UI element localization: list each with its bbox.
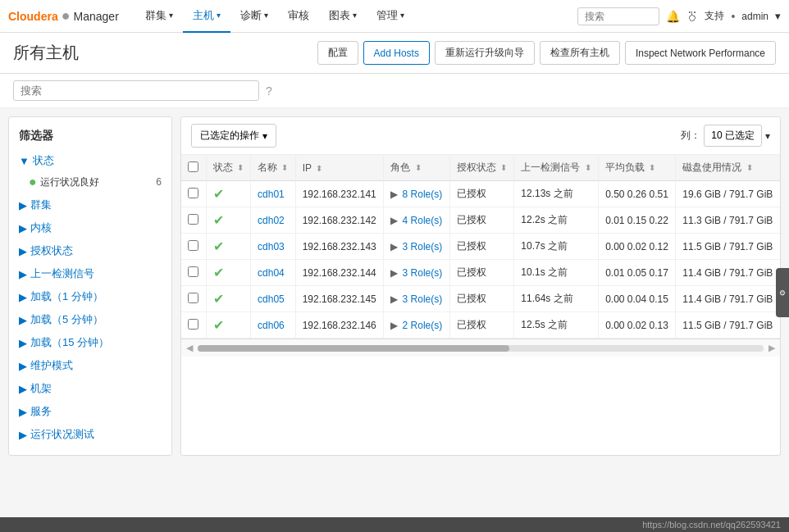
- sidebar-group-header-rack[interactable]: ▶ 机架: [9, 378, 171, 399]
- side-handle-label: ⚙: [778, 289, 787, 297]
- nav-item-charts[interactable]: 图表 ▾: [319, 0, 367, 33]
- roles-link[interactable]: 4 Role(s): [403, 215, 443, 226]
- host-name-link[interactable]: cdh05: [258, 293, 285, 305]
- add-hosts-button[interactable]: Add Hosts: [363, 41, 430, 65]
- expand-roles-icon[interactable]: ▶: [390, 215, 398, 226]
- sort-icon: ⬍: [585, 163, 591, 172]
- roles-link[interactable]: 8 Role(s): [403, 189, 443, 200]
- row-checkbox[interactable]: [188, 240, 198, 251]
- scroll-left-arrow[interactable]: ◀: [181, 341, 198, 355]
- nav-item-audit[interactable]: 审核: [278, 0, 319, 33]
- row-status: ✔: [206, 207, 251, 234]
- host-search-input[interactable]: [13, 80, 259, 101]
- sort-icon: ⬍: [649, 163, 655, 172]
- sidebar-group-cluster: ▶ 群集: [9, 194, 171, 216]
- col-ip[interactable]: IP ⬍: [295, 155, 384, 181]
- roles-link[interactable]: 3 Role(s): [403, 267, 443, 279]
- col-auth[interactable]: 授权状态 ⬍: [449, 155, 514, 181]
- nav-item-hosts[interactable]: 主机 ▾: [183, 0, 230, 33]
- side-panel-handle[interactable]: ⚙: [776, 268, 789, 317]
- row-ip: 192.168.232.146: [295, 312, 384, 339]
- select-all-checkbox[interactable]: [188, 161, 198, 172]
- actions-dropdown-button[interactable]: 已选定的操作 ▾: [191, 124, 276, 148]
- chevron-right-icon: ▶: [19, 314, 27, 326]
- sort-icon: ⬍: [746, 163, 753, 172]
- sidebar-group-header-load15[interactable]: ▶ 加载（15 分钟）: [9, 332, 171, 353]
- row-checkbox[interactable]: [188, 266, 198, 277]
- host-name-link[interactable]: cdh01: [258, 189, 285, 200]
- chevron-down-icon: ▼: [19, 155, 30, 167]
- columns-selector: 列： 10 已选定 ▾: [681, 125, 770, 147]
- status-ok-icon: ✔: [213, 213, 224, 227]
- roles-link[interactable]: 2 Role(s): [403, 320, 443, 331]
- sidebar-group-load1: ▶ 加载（1 分钟）: [9, 286, 171, 307]
- sidebar-item-healthy[interactable]: ● 运行状况良好 6: [9, 171, 171, 193]
- host-name-link[interactable]: cdh06: [258, 320, 285, 331]
- sidebar-group-header-auth[interactable]: ▶ 授权状态: [9, 240, 171, 261]
- roles-link[interactable]: 3 Role(s): [403, 293, 443, 305]
- sidebar-group-header-heartbeat[interactable]: ▶ 上一检测信号: [9, 263, 171, 284]
- row-roles: ▶ 3 Role(s): [384, 260, 449, 286]
- status-ok-icon: ✔: [213, 239, 224, 253]
- expand-roles-icon[interactable]: ▶: [390, 241, 398, 252]
- roles-link[interactable]: 3 Role(s): [403, 241, 443, 252]
- sidebar-group-header-cluster[interactable]: ▶ 群集: [9, 194, 171, 216]
- rerun-wizard-button[interactable]: 重新运行升级向导: [435, 41, 535, 65]
- sidebar-group-header-health-tests[interactable]: ▶ 运行状况测试: [9, 424, 171, 445]
- support-button[interactable]: 支持: [705, 9, 724, 23]
- sidebar-group-header-status[interactable]: ▼ 状态: [9, 150, 171, 171]
- table-scroll-area[interactable]: 状态 ⬍ 名称 ⬍ IP ⬍ 角色 ⬍: [181, 155, 780, 339]
- host-name-link[interactable]: cdh03: [258, 241, 285, 252]
- row-load: 0.00 0.02 0.13: [599, 312, 676, 339]
- chevron-right-icon: ▶: [19, 268, 27, 280]
- expand-roles-icon[interactable]: ▶: [390, 320, 398, 331]
- bell-icon[interactable]: 🔔: [666, 10, 680, 23]
- columns-select-button[interactable]: 10 已选定: [704, 125, 762, 147]
- sidebar-group-load15: ▶ 加载（15 分钟）: [9, 332, 171, 353]
- sidebar-group-header-services[interactable]: ▶ 服务: [9, 401, 171, 422]
- nav-item-clusters[interactable]: 群集 ▾: [135, 0, 183, 33]
- config-button[interactable]: 配置: [317, 41, 358, 65]
- host-name-link[interactable]: cdh04: [258, 267, 285, 279]
- inspect-network-button[interactable]: Inspect Network Performance: [625, 41, 776, 65]
- admin-button[interactable]: admin: [741, 11, 768, 22]
- sidebar-group-header-kernel[interactable]: ▶ 内核: [9, 217, 171, 239]
- row-checkbox[interactable]: [188, 214, 198, 225]
- expand-roles-icon[interactable]: ▶: [390, 189, 398, 200]
- sidebar-group-rack: ▶ 机架: [9, 378, 171, 399]
- check-all-button[interactable]: 检查所有主机: [540, 41, 620, 65]
- sidebar-group-header-maintenance[interactable]: ▶ 维护模式: [9, 355, 171, 376]
- help-icon[interactable]: ?: [266, 84, 272, 98]
- col-status[interactable]: 状态 ⬍: [206, 155, 251, 181]
- host-icon[interactable]: ⛣: [686, 10, 698, 23]
- table-row: ✔ cdh02 192.168.232.142 ▶ 4 Role(s) 已授权 …: [181, 207, 780, 234]
- row-checkbox[interactable]: [188, 293, 198, 303]
- sidebar-group-header-load5[interactable]: ▶ 加载（5 分钟）: [9, 309, 171, 330]
- col-name[interactable]: 名称 ⬍: [251, 155, 296, 181]
- expand-roles-icon[interactable]: ▶: [390, 267, 398, 279]
- scroll-right-arrow[interactable]: ▶: [764, 341, 780, 355]
- row-name: cdh03: [251, 234, 296, 260]
- chevron-down-icon: ▾: [400, 11, 404, 20]
- sidebar-group-header-load1[interactable]: ▶ 加载（1 分钟）: [9, 286, 171, 307]
- horizontal-scrollbar[interactable]: ◀ ▶: [181, 339, 780, 357]
- divider-icon: •: [731, 10, 735, 23]
- sidebar-title: 筛选器: [9, 125, 171, 150]
- search-input[interactable]: [577, 7, 659, 25]
- row-heartbeat: 10.7s 之前: [514, 234, 599, 260]
- host-name-link[interactable]: cdh02: [258, 215, 285, 226]
- row-checkbox[interactable]: [188, 188, 198, 198]
- row-auth: 已授权: [449, 181, 514, 207]
- row-disk: 11.5 GiB / 791.7 GiB: [676, 312, 780, 339]
- col-heartbeat[interactable]: 上一检测信号 ⬍: [514, 155, 599, 181]
- col-roles[interactable]: 角色 ⬍: [384, 155, 449, 181]
- table-body: ✔ cdh01 192.168.232.141 ▶ 8 Role(s) 已授权 …: [181, 181, 780, 339]
- row-name: cdh05: [251, 286, 296, 312]
- sidebar-group-services: ▶ 服务: [9, 401, 171, 422]
- row-checkbox[interactable]: [188, 319, 198, 330]
- expand-roles-icon[interactable]: ▶: [390, 293, 398, 305]
- nav-item-admin[interactable]: 管理 ▾: [367, 0, 414, 33]
- col-disk[interactable]: 磁盘使用情况 ⬍: [676, 155, 780, 181]
- nav-item-diagnostics[interactable]: 诊断 ▾: [230, 0, 278, 33]
- col-load[interactable]: 平均负载 ⬍: [599, 155, 676, 181]
